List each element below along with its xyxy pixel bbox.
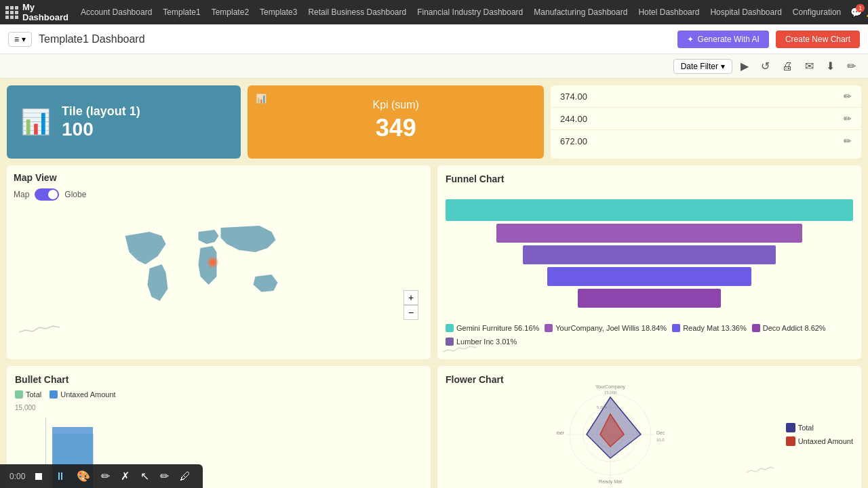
- video-cursor-button[interactable]: ↖: [138, 468, 152, 484]
- toolbar: Date Filter ▾ ▶ ↺ 🖨 ✉ ⬇ ✏: [0, 54, 868, 79]
- zoom-in-button[interactable]: +: [403, 290, 418, 305]
- svg-text:Ready Mat: Ready Mat: [599, 479, 622, 485]
- nav-template3[interactable]: Template3: [256, 7, 301, 17]
- flower-chart-svg-container: YourCompany 15,000 Deco Addict 10,000 Re…: [446, 390, 775, 479]
- filter-toggle-button[interactable]: ≡ ▾: [8, 32, 32, 47]
- flower-label-untaxed: Untaxed Amount: [798, 437, 853, 445]
- video-stop-button[interactable]: ⏹: [31, 469, 47, 484]
- legend-label-1: Gemini Furniture 56.16%: [456, 324, 539, 332]
- svg-text:10,000: 10,000: [656, 438, 665, 442]
- legend-dot-1: [446, 324, 454, 332]
- bullet-legend-untaxed: Untaxed Amount: [50, 390, 115, 399]
- funnel-bar-3: [523, 245, 776, 264]
- bullet-legend: Total Untaxed Amount: [15, 390, 422, 399]
- legend-item-3: Ready Mat 13.36%: [672, 324, 747, 332]
- edit-icon-2[interactable]: ✏: [844, 113, 852, 124]
- generate-ai-button[interactable]: ✦ Generate With AI: [677, 30, 769, 48]
- grid-icon: [5, 6, 18, 19]
- map-controls: Map Globe: [14, 188, 424, 201]
- flower-legend-untaxed: Untaxed Amount: [786, 436, 853, 446]
- world-map-container: + −: [14, 205, 424, 340]
- nav-template1[interactable]: Template1: [159, 7, 204, 17]
- nav-account-dashboard[interactable]: Account Dashboard: [77, 7, 156, 17]
- nav-configuration[interactable]: Configuration: [789, 7, 845, 17]
- gen-ai-label: Generate With AI: [698, 35, 760, 44]
- flower-dot-total: [786, 423, 795, 432]
- edit-icon-3[interactable]: ✏: [844, 136, 852, 146]
- map-globe-toggle[interactable]: [35, 188, 59, 201]
- print-button[interactable]: 🖨: [778, 59, 797, 74]
- play-button[interactable]: ▶: [736, 58, 753, 74]
- email-button[interactable]: ✉: [801, 58, 818, 74]
- funnel-chart-title: Funnel Chart: [446, 174, 853, 184]
- video-marker-button[interactable]: 🖊: [177, 469, 193, 484]
- bullet-dot-total: [15, 390, 23, 399]
- number-row: 672.00 ✏: [551, 130, 861, 152]
- nav-financial-dashboard[interactable]: Financial Industry Dashboard: [413, 7, 527, 17]
- bullet-legend-total: Total: [15, 390, 41, 399]
- bullet-chart-title: Bullet Chart: [15, 374, 422, 385]
- svg-point-1: [207, 257, 218, 268]
- subheader: ≡ ▾ Template1 Dashboard ✦ Generate With …: [0, 24, 868, 54]
- page-title: Template1 Dashboard: [39, 33, 145, 45]
- funnel-bar-1: [446, 199, 853, 221]
- video-eraser-button[interactable]: ✗: [118, 468, 132, 484]
- kpi-icon: 📊: [256, 94, 267, 104]
- svg-text:Lumber: Lumber: [556, 430, 565, 435]
- nav-hotel-dashboard[interactable]: Hotel Dashboard: [634, 7, 703, 17]
- number-value-1: 374.00: [560, 92, 587, 102]
- funnel-bar-5: [578, 289, 720, 308]
- download-button[interactable]: ⬇: [822, 58, 839, 74]
- flower-legend-total: Total: [786, 423, 853, 432]
- flower-label-total: Total: [798, 424, 814, 432]
- video-color-button[interactable]: 🎨: [74, 468, 93, 484]
- logo-area[interactable]: My Dashboard: [5, 2, 68, 22]
- video-pause-button[interactable]: ⏸: [52, 469, 68, 484]
- create-chart-button[interactable]: Create New Chart: [776, 30, 860, 48]
- app-title: My Dashboard: [22, 2, 68, 22]
- discuss-badge: 1: [856, 4, 865, 12]
- funnel-chart-card: Funnel Chart Gemini Furniture 56.16% You…: [437, 165, 861, 359]
- flower-chart-svg: YourCompany 15,000 Deco Addict 10,000 Re…: [556, 380, 665, 488]
- video-time: 0:00: [9, 472, 25, 481]
- bullet-y-label: 15,000: [15, 404, 36, 411]
- legend-label-3: Ready Mat 13.36%: [683, 324, 747, 332]
- svg-text:15,000: 15,000: [604, 390, 617, 394]
- nav-hospital-dashboard[interactable]: Hospital Dashboard: [706, 7, 785, 17]
- legend-label-2: YourCompany, Joel Willis 18.84%: [555, 324, 667, 332]
- date-filter-button[interactable]: Date Filter ▾: [673, 59, 732, 74]
- bullet-dot-untaxed: [50, 390, 58, 399]
- legend-item-1: Gemini Furniture 56.16%: [446, 324, 539, 332]
- flower-chart-card: Flower Chart YourCompany 15,000 Deco Add…: [437, 366, 861, 488]
- video-controls-bar: 0:00 ⏹ ⏸ 🎨 ✏ ✗ ↖ ✏ 🖊: [0, 464, 203, 488]
- nav-template2[interactable]: Template2: [208, 7, 253, 17]
- number-value-2: 244.00: [560, 114, 587, 124]
- nav-retail-dashboard[interactable]: Retail Business Dashboard: [304, 7, 410, 17]
- funnel-bar-2: [496, 224, 802, 243]
- edit-icon-1[interactable]: ✏: [844, 91, 852, 102]
- main-content: 📊 Tile (layout 1) 100 📊 Kpi (sum) 349 37…: [0, 79, 868, 488]
- tile-kpi: 📊 Kpi (sum) 349: [248, 85, 544, 159]
- funnel-legend: Gemini Furniture 56.16% YourCompany, Joe…: [446, 324, 853, 346]
- number-row: 244.00 ✏: [551, 108, 861, 130]
- map-zoom-controls[interactable]: + −: [403, 290, 418, 320]
- discuss-icon[interactable]: 💬1: [850, 7, 862, 18]
- ai-icon: ✦: [687, 35, 694, 44]
- tile-content: Tile (layout 1) 100: [62, 104, 140, 140]
- tile-value: 100: [62, 119, 140, 140]
- zoom-out-button[interactable]: −: [403, 305, 418, 320]
- nav-manufacturing-dashboard[interactable]: Manufacturing Dashboard: [530, 7, 631, 17]
- date-filter-chevron-icon: ▾: [721, 62, 725, 71]
- legend-item-4: Deco Addict 8.62%: [752, 324, 826, 332]
- video-draw-button[interactable]: ✏: [157, 468, 172, 484]
- map-view-card: Map View Map Globe: [7, 165, 431, 359]
- refresh-button[interactable]: ↺: [757, 58, 774, 74]
- bullet-label-total: Total: [26, 390, 41, 399]
- svg-text:YourCompany: YourCompany: [595, 384, 626, 390]
- edit-button[interactable]: ✏: [843, 58, 860, 74]
- video-pen-button[interactable]: ✏: [98, 468, 113, 484]
- svg-text:Deco Addict: Deco Addict: [656, 430, 665, 435]
- funnel-bar-4: [547, 267, 751, 286]
- svg-text:5,000: 5,000: [597, 405, 608, 409]
- number-list: 374.00 ✏ 244.00 ✏ 672.00 ✏: [551, 85, 861, 159]
